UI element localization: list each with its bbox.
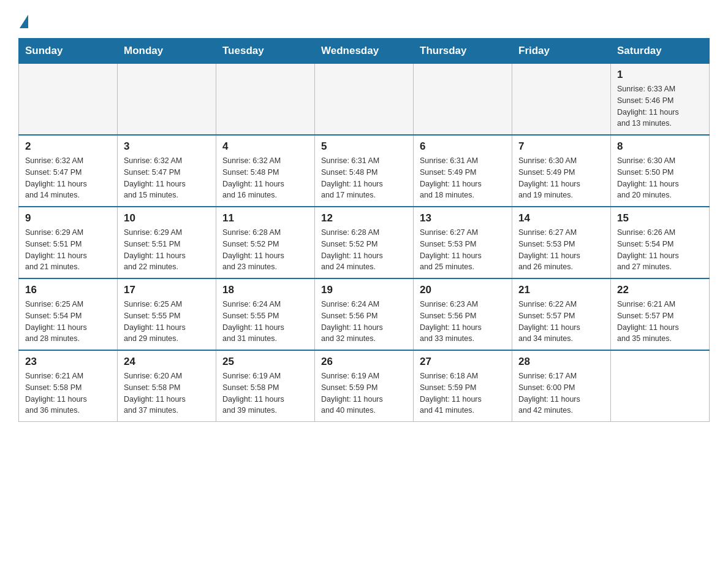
calendar-cell: 19Sunrise: 6:24 AM Sunset: 5:56 PM Dayli… (315, 278, 414, 350)
day-number: 15 (617, 212, 703, 224)
day-info: Sunrise: 6:24 AM Sunset: 5:56 PM Dayligh… (321, 299, 407, 345)
day-info: Sunrise: 6:28 AM Sunset: 5:52 PM Dayligh… (222, 227, 308, 273)
calendar-cell: 25Sunrise: 6:19 AM Sunset: 5:58 PM Dayli… (216, 350, 315, 422)
calendar-cell: 11Sunrise: 6:28 AM Sunset: 5:52 PM Dayli… (216, 207, 315, 278)
day-info: Sunrise: 6:29 AM Sunset: 5:51 PM Dayligh… (124, 227, 210, 273)
calendar-cell: 14Sunrise: 6:27 AM Sunset: 5:53 PM Dayli… (512, 207, 611, 278)
day-header-sunday: Sunday (19, 39, 118, 64)
day-info: Sunrise: 6:32 AM Sunset: 5:47 PM Dayligh… (25, 155, 111, 201)
calendar-cell (118, 64, 216, 136)
day-number: 5 (321, 140, 407, 153)
day-header-monday: Monday (118, 39, 216, 64)
calendar-cell: 23Sunrise: 6:21 AM Sunset: 5:58 PM Dayli… (19, 350, 118, 422)
day-info: Sunrise: 6:32 AM Sunset: 5:48 PM Dayligh… (222, 155, 308, 201)
day-info: Sunrise: 6:19 AM Sunset: 5:58 PM Dayligh… (222, 370, 308, 416)
day-info: Sunrise: 6:24 AM Sunset: 5:55 PM Dayligh… (222, 299, 308, 345)
calendar-week-row: 1Sunrise: 6:33 AM Sunset: 5:46 PM Daylig… (19, 64, 710, 136)
day-number: 16 (25, 284, 111, 296)
calendar-cell (611, 350, 710, 422)
day-number: 10 (124, 212, 210, 224)
day-number: 1 (617, 69, 703, 81)
day-info: Sunrise: 6:20 AM Sunset: 5:58 PM Dayligh… (124, 370, 210, 416)
calendar-cell: 2Sunrise: 6:32 AM Sunset: 5:47 PM Daylig… (19, 135, 118, 207)
calendar-cell (216, 64, 315, 136)
calendar-cell: 6Sunrise: 6:31 AM Sunset: 5:49 PM Daylig… (414, 135, 512, 207)
day-info: Sunrise: 6:22 AM Sunset: 5:57 PM Dayligh… (518, 299, 604, 345)
calendar-cell (414, 64, 512, 136)
calendar-cell: 4Sunrise: 6:32 AM Sunset: 5:48 PM Daylig… (216, 135, 315, 207)
day-info: Sunrise: 6:31 AM Sunset: 5:49 PM Dayligh… (420, 155, 506, 201)
day-info: Sunrise: 6:25 AM Sunset: 5:55 PM Dayligh… (124, 299, 210, 345)
logo (18, 12, 28, 26)
calendar-week-row: 2Sunrise: 6:32 AM Sunset: 5:47 PM Daylig… (19, 135, 710, 207)
calendar-cell (19, 64, 118, 136)
calendar-table: SundayMondayTuesdayWednesdayThursdayFrid… (18, 38, 710, 422)
day-number: 22 (617, 284, 703, 296)
day-info: Sunrise: 6:21 AM Sunset: 5:57 PM Dayligh… (617, 299, 703, 345)
day-number: 28 (518, 356, 604, 368)
calendar-cell: 20Sunrise: 6:23 AM Sunset: 5:56 PM Dayli… (414, 278, 512, 350)
day-number: 2 (25, 140, 111, 153)
calendar-cell: 8Sunrise: 6:30 AM Sunset: 5:50 PM Daylig… (611, 135, 710, 207)
calendar-header-row: SundayMondayTuesdayWednesdayThursdayFrid… (19, 39, 710, 64)
calendar-cell: 24Sunrise: 6:20 AM Sunset: 5:58 PM Dayli… (118, 350, 216, 422)
day-number: 20 (420, 284, 506, 296)
calendar-cell: 13Sunrise: 6:27 AM Sunset: 5:53 PM Dayli… (414, 207, 512, 278)
day-number: 6 (420, 140, 506, 153)
calendar-cell: 18Sunrise: 6:24 AM Sunset: 5:55 PM Dayli… (216, 278, 315, 350)
day-number: 13 (420, 212, 506, 224)
day-info: Sunrise: 6:19 AM Sunset: 5:59 PM Dayligh… (321, 370, 407, 416)
day-number: 25 (222, 356, 308, 368)
calendar-cell: 21Sunrise: 6:22 AM Sunset: 5:57 PM Dayli… (512, 278, 611, 350)
day-number: 14 (518, 212, 604, 224)
day-number: 21 (518, 284, 604, 296)
day-info: Sunrise: 6:18 AM Sunset: 5:59 PM Dayligh… (420, 370, 506, 416)
calendar-cell: 17Sunrise: 6:25 AM Sunset: 5:55 PM Dayli… (118, 278, 216, 350)
calendar-cell: 7Sunrise: 6:30 AM Sunset: 5:49 PM Daylig… (512, 135, 611, 207)
logo-triangle-icon (20, 15, 28, 28)
calendar-cell: 28Sunrise: 6:17 AM Sunset: 6:00 PM Dayli… (512, 350, 611, 422)
day-number: 26 (321, 356, 407, 368)
day-number: 8 (617, 140, 703, 153)
day-info: Sunrise: 6:30 AM Sunset: 5:50 PM Dayligh… (617, 155, 703, 201)
calendar-week-row: 16Sunrise: 6:25 AM Sunset: 5:54 PM Dayli… (19, 278, 710, 350)
calendar-cell (315, 64, 414, 136)
day-number: 11 (222, 212, 308, 224)
calendar-cell: 3Sunrise: 6:32 AM Sunset: 5:47 PM Daylig… (118, 135, 216, 207)
day-number: 12 (321, 212, 407, 224)
calendar-week-row: 23Sunrise: 6:21 AM Sunset: 5:58 PM Dayli… (19, 350, 710, 422)
calendar-cell: 16Sunrise: 6:25 AM Sunset: 5:54 PM Dayli… (19, 278, 118, 350)
day-info: Sunrise: 6:27 AM Sunset: 5:53 PM Dayligh… (420, 227, 506, 273)
day-number: 3 (124, 140, 210, 153)
calendar-cell: 12Sunrise: 6:28 AM Sunset: 5:52 PM Dayli… (315, 207, 414, 278)
calendar-cell: 5Sunrise: 6:31 AM Sunset: 5:48 PM Daylig… (315, 135, 414, 207)
day-number: 23 (25, 356, 111, 368)
day-number: 4 (222, 140, 308, 153)
day-info: Sunrise: 6:31 AM Sunset: 5:48 PM Dayligh… (321, 155, 407, 201)
day-header-thursday: Thursday (414, 39, 512, 64)
calendar-cell: 15Sunrise: 6:26 AM Sunset: 5:54 PM Dayli… (611, 207, 710, 278)
day-number: 24 (124, 356, 210, 368)
day-number: 19 (321, 284, 407, 296)
calendar-cell (512, 64, 611, 136)
day-info: Sunrise: 6:27 AM Sunset: 5:53 PM Dayligh… (518, 227, 604, 273)
day-number: 9 (25, 212, 111, 224)
day-info: Sunrise: 6:17 AM Sunset: 6:00 PM Dayligh… (518, 370, 604, 416)
day-header-wednesday: Wednesday (315, 39, 414, 64)
day-header-tuesday: Tuesday (216, 39, 315, 64)
day-info: Sunrise: 6:23 AM Sunset: 5:56 PM Dayligh… (420, 299, 506, 345)
calendar-cell: 27Sunrise: 6:18 AM Sunset: 5:59 PM Dayli… (414, 350, 512, 422)
calendar-cell: 26Sunrise: 6:19 AM Sunset: 5:59 PM Dayli… (315, 350, 414, 422)
day-info: Sunrise: 6:26 AM Sunset: 5:54 PM Dayligh… (617, 227, 703, 273)
calendar-cell: 10Sunrise: 6:29 AM Sunset: 5:51 PM Dayli… (118, 207, 216, 278)
calendar-week-row: 9Sunrise: 6:29 AM Sunset: 5:51 PM Daylig… (19, 207, 710, 278)
day-info: Sunrise: 6:33 AM Sunset: 5:46 PM Dayligh… (617, 83, 703, 129)
calendar-cell: 9Sunrise: 6:29 AM Sunset: 5:51 PM Daylig… (19, 207, 118, 278)
day-info: Sunrise: 6:29 AM Sunset: 5:51 PM Dayligh… (25, 227, 111, 273)
calendar-cell: 22Sunrise: 6:21 AM Sunset: 5:57 PM Dayli… (611, 278, 710, 350)
day-number: 7 (518, 140, 604, 153)
day-header-friday: Friday (512, 39, 611, 64)
day-info: Sunrise: 6:25 AM Sunset: 5:54 PM Dayligh… (25, 299, 111, 345)
day-number: 18 (222, 284, 308, 296)
page-header (18, 12, 710, 26)
